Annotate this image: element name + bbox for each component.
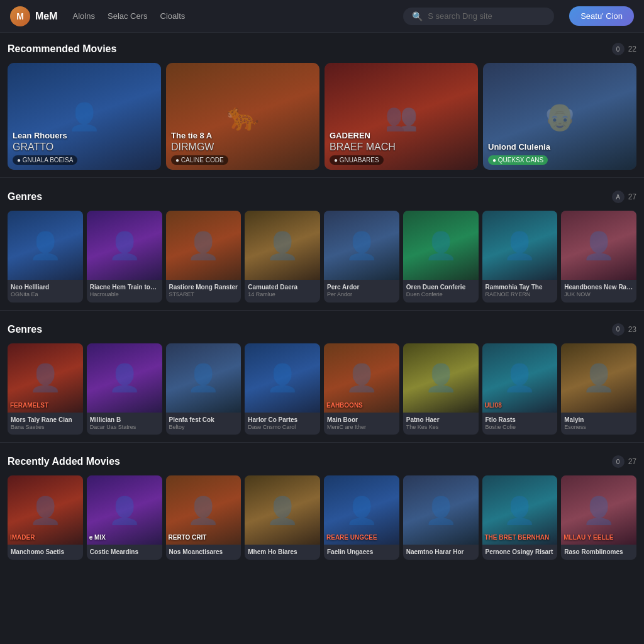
movie-title-sm: Rammohia Tay The [486,283,555,291]
recently-badge: 0 [612,455,625,468]
movie-card[interactable]: 👤 Patno Haer The Kes Kes [403,343,479,435]
movie-title-sm: Heandbones New Raies [564,283,633,291]
movie-card[interactable]: 👤 MLLAU Y EELLE Raso Romblinomes [561,475,636,560]
recommended-badge: 0 [612,43,625,55]
movie-card[interactable]: 👤 e MIX Costic Meardins [87,475,162,560]
recently-title: Recently Added Movies [8,456,120,467]
movie-card[interactable]: 👤 REARE UNGCEE Faelin Ungaees [324,475,399,560]
movie-title-sm: Nos Moanctisares [169,548,238,556]
avatar: M [10,6,30,26]
movie-title-sm: Perc Ardor [327,283,396,291]
rec-movie-title: Uniond Clulenia [488,142,631,152]
genres2-title: Genres [8,324,42,335]
movie-title-sm: Riacne Hem Train toast [90,283,159,291]
nav-link-1[interactable]: Alolns [73,11,95,21]
movie-title-sm: Plenfa fest Cok [169,416,238,424]
genres2-section: Genres 0 23 👤 FERAMELST Mors Taly Rane C… [0,313,644,440]
search-bar: 🔍 [403,8,554,25]
movie-sub-sm: Hacrouable [90,291,159,299]
header: M MeM Alolns Selac Cers Cioalts 🔍 Seatu'… [0,0,644,33]
movie-sub-sm: JUK NOW [564,291,633,299]
movie-title-sm: Camuated Daera [248,283,317,291]
rec-movie-tag: ● GNUALA BOEISA [13,155,77,165]
movie-sub-sm: Duen Conferie [406,291,475,299]
recommended-row: 👤 Lean Rhouers GRATTO ● GNUALA BOEISA 🐆 … [8,63,636,170]
movie-card[interactable]: 👤 IMADER Manchomo Saetis [8,475,83,560]
movie-card[interactable]: 👤 Plenfa fest Cok Beltoy [166,343,242,435]
movie-sub-sm: ST5ARET [169,291,238,299]
movie-card[interactable]: 👤 Malyin Esoness [561,343,636,435]
movie-card[interactable]: 👤 Riacne Hem Train toast Hacrouable [87,211,162,303]
recommended-title: Recommended Movies [8,43,116,55]
movie-title-sm: Mors Taly Rane Cian [11,416,80,424]
movie-card[interactable]: 👤 Camuated Daera 14 Ramlue [245,211,320,303]
section-header-recommended: Recommended Movies 0 22 [8,43,636,55]
movie-title-sm: Manchomo Saetis [11,548,80,556]
rec-movie-tag: ● GNUABARES [330,155,384,165]
rec-movie-subtitle: DIRMGW [171,142,314,153]
movie-card[interactable]: 👤 Neo Hellliard OGNita Ea [8,211,83,303]
movie-card[interactable]: 👤 Perc Ardor Per Andor [324,211,399,303]
movie-card[interactable]: 👤 RERTO CRIT Nos Moanctisares [166,475,242,560]
section-header-recently: Recently Added Movies 0 27 [8,455,636,468]
movie-title-sm: Rastiore Mong Ranster [169,283,238,291]
search-input[interactable] [428,11,545,21]
movie-card[interactable]: 👤 ULI08 Ftlo Rasts Bostie Cofie [482,343,558,435]
section-header-genres1: Genres A 27 [8,191,636,203]
recommended-card[interactable]: 🐆 The tie 8 A DIRMGW ● CALINE CODE [166,63,319,170]
section-meta-recommended: 0 22 [612,43,636,55]
movie-sub-sm: OGNita Ea [11,291,80,299]
rec-movie-title: GADEREN [330,131,473,140]
movie-card[interactable]: 👤 Heandbones New Raies JUK NOW [561,211,636,303]
movie-card[interactable]: 👤 EAHBOONS Main Boor MeniC are Ither [324,343,399,435]
movie-card[interactable]: 👤 Naemtno Harar Hor [403,475,479,560]
recommended-section: Recommended Movies 0 22 👤 Lean Rhouers G… [0,33,644,175]
genres1-section: Genres A 27 👤 Neo Hellliard OGNita Ea 👤 [0,180,644,308]
rec-movie-title: Lean Rhouers [13,131,156,140]
rec-movie-subtitle: BRAEF MACH [330,142,473,153]
rec-movie-tag: ● QUEKSX CANS [488,155,548,165]
movie-title-sm: Pernone Osingy Risart [486,548,555,556]
movie-card[interactable]: 👤 Mhem Ho Biares [245,475,320,560]
genres1-badge: A [612,191,625,203]
section-meta-genres2: 0 23 [612,323,636,336]
signin-button[interactable]: Seatu' Cion [569,6,634,26]
recently-section: Recently Added Movies 0 27 👤 IMADER Manc… [0,445,644,565]
movie-card[interactable]: 👤 Rammohia Tay The RAENOE RYERN [482,211,558,303]
movie-title-sm: Ftlo Rasts [486,416,555,424]
recently-count: 27 [628,457,636,466]
movie-title-sm: Neo Hellliard [11,283,80,291]
section-meta-recently: 0 27 [612,455,636,468]
recommended-card[interactable]: 👥 GADEREN BRAEF MACH ● GNUABARES [325,63,478,170]
recommended-card[interactable]: 👴 Uniond Clulenia ● QUEKSX CANS [483,63,636,170]
movie-title-sm: Millician B [90,416,159,424]
rec-movie-title: The tie 8 A [171,131,314,140]
movie-card[interactable]: 👤 Rastiore Mong Ranster ST5ARET [166,211,242,303]
movie-title-sm: Raso Romblinomes [564,548,633,556]
movie-sub-sm: Beltoy [169,424,238,431]
genres1-count: 27 [628,192,636,201]
search-icon: 🔍 [412,11,423,21]
nav-link-2[interactable]: Selac Cers [108,11,148,21]
section-header-genres2: Genres 0 23 [8,323,636,336]
movie-sub-sm: MeniC are Ither [327,424,396,431]
movie-card[interactable]: 👤 FERAMELST Mors Taly Rane Cian Bana Sae… [8,343,83,435]
logo-area: M MeM [10,6,58,26]
movie-sub-sm: Per Andor [327,291,396,299]
genres1-title: Genres [8,191,42,203]
movie-card[interactable]: 👤 THE BRET BERNHAN Pernone Osingy Risart [482,475,558,560]
movie-card[interactable]: 👤 Harlor Co Partes Dase Cnsmo Carol [245,343,320,435]
movie-title-sm: Costic Meardins [90,548,159,556]
movie-sub-sm: The Kes Kes [406,424,475,431]
nav-link-3[interactable]: Cioalts [160,11,186,21]
movie-title-sm: Patno Haer [406,416,475,424]
rec-movie-subtitle: GRATTO [13,142,156,153]
recommended-count: 22 [628,45,636,53]
recommended-card[interactable]: 👤 Lean Rhouers GRATTO ● GNUALA BOEISA [8,63,161,170]
movie-sub-sm: Bana Saeties [11,424,80,431]
movie-sub-sm: Dase Cnsmo Carol [248,424,317,431]
movie-title-sm: Naemtno Harar Hor [406,548,475,556]
movie-card[interactable]: 👤 Millician B Dacar Uas Statres [87,343,162,435]
movie-card[interactable]: 👤 Oren Duen Conferie Duen Conferie [403,211,479,303]
logo-text: MeM [35,11,58,22]
